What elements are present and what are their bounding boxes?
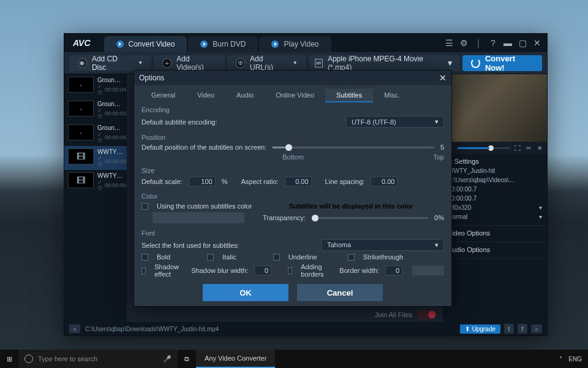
cut-icon[interactable]: ✂ bbox=[525, 144, 532, 151]
info-res: 480x320▾ bbox=[448, 203, 542, 212]
tray-lang[interactable]: ENG bbox=[568, 356, 582, 362]
dialog-body: Encoding Default subtitle encoding: UTF-… bbox=[134, 102, 451, 279]
upgrade-button[interactable]: ⬆ Upgrade bbox=[460, 324, 500, 334]
output-path: C:\Users\qbap\Downloads\WWTY_Justin-hit.… bbox=[85, 326, 219, 332]
maximize-icon[interactable]: ▢ bbox=[518, 38, 527, 48]
info-dur2: 00:00:00.7 bbox=[448, 194, 542, 203]
dialog-buttons: OK Cancel bbox=[134, 279, 451, 306]
file-meta: ✓ ⏱ 00:00:00.7 bbox=[97, 155, 123, 167]
add-urls-button[interactable]: ⊕Add URL(s)▼ bbox=[227, 55, 306, 71]
line-spacing-input[interactable] bbox=[371, 177, 398, 186]
ok-button[interactable]: OK bbox=[203, 284, 288, 301]
use-custom-color-checkbox[interactable] bbox=[141, 203, 148, 210]
right-panel: ▶ ⛶ ✂ ✳ ic Settings WWTY_Justin-hit C:\U… bbox=[443, 74, 547, 322]
main-tabs: Convert Video Burn DVD Play Video bbox=[104, 34, 444, 52]
ar-label: Aspect ratio: bbox=[241, 178, 278, 185]
tab-play-video[interactable]: Play Video bbox=[259, 36, 331, 52]
cortana-icon bbox=[24, 355, 33, 363]
join-toggle[interactable] bbox=[417, 310, 437, 320]
cancel-button[interactable]: Cancel bbox=[297, 284, 383, 301]
twitter-icon[interactable]: t bbox=[504, 324, 514, 334]
preview-pane bbox=[443, 74, 547, 142]
color-preview: Subtitles will be displayed in this colo… bbox=[258, 202, 444, 210]
queue-item[interactable]: 🎞WWTY_pisto✓ ⏱ 00:00:00.7 bbox=[64, 170, 127, 194]
chevron-down-icon: ▼ bbox=[447, 59, 454, 67]
border-color-button[interactable] bbox=[412, 266, 444, 275]
font-family-dropdown[interactable]: Tahoma▾ bbox=[322, 239, 444, 251]
scale-input[interactable] bbox=[189, 177, 216, 186]
gear-icon[interactable]: ⚙ bbox=[459, 38, 469, 48]
aspect-ratio-input[interactable] bbox=[285, 177, 312, 186]
info-qual: Normal▾ bbox=[448, 212, 542, 221]
transparency-slider[interactable] bbox=[312, 217, 428, 219]
position-slider[interactable] bbox=[273, 147, 434, 148]
encoding-dropdown[interactable]: UTF-8 (UTF-8)▾ bbox=[346, 116, 444, 128]
tab-subtitles[interactable]: Subtitles bbox=[325, 89, 373, 102]
output-format-dropdown[interactable]: allApple iPhone MPEG-4 Movie (*.mp4)▼ bbox=[309, 55, 460, 71]
shadow-checkbox[interactable] bbox=[141, 267, 146, 274]
convert-now-button[interactable]: Convert Now! bbox=[462, 55, 542, 71]
tab-general[interactable]: General bbox=[140, 89, 186, 102]
preview-controls: ▶ ⛶ ✂ ✳ bbox=[443, 142, 547, 154]
reel-icon: 🎞 bbox=[68, 148, 94, 164]
task-view-icon[interactable]: ⧉ bbox=[178, 350, 196, 368]
queue-item[interactable]: ·GroundHit_1✓ ⏱ 00:00:04 bbox=[64, 74, 127, 98]
close-icon[interactable]: ✕ bbox=[532, 38, 542, 48]
format-label: Apple iPhone MPEG-4 Movie (*.mp4) bbox=[328, 55, 442, 72]
underline-checkbox[interactable] bbox=[273, 254, 280, 261]
taskbar-search[interactable]: Type here to search 🎤 bbox=[18, 350, 178, 368]
seek-slider[interactable] bbox=[458, 147, 510, 149]
color-swatch-button[interactable] bbox=[153, 212, 244, 223]
dialog-tabs: General Video Audio Online Video Subtitl… bbox=[134, 85, 451, 102]
chevron-down-icon: ▼ bbox=[138, 60, 143, 66]
refresh-icon bbox=[471, 58, 480, 68]
tab-online-video[interactable]: Online Video bbox=[265, 89, 325, 102]
fullscreen-icon[interactable]: ⛶ bbox=[514, 144, 521, 151]
shadow-blur-input[interactable] bbox=[254, 266, 271, 275]
tab-video[interactable]: Video bbox=[186, 89, 225, 102]
add-cd-disc-button[interactable]: ◉Add CD Disc▼ bbox=[69, 55, 151, 71]
group-label: Encoding bbox=[141, 106, 444, 113]
taskbar-app[interactable]: Any Video Converter bbox=[196, 350, 275, 368]
help-icon[interactable]: ? bbox=[488, 38, 498, 48]
start-button[interactable]: ⊞ bbox=[0, 350, 18, 368]
queue-item[interactable]: ·GroundHit_1✓ ⏱ 00:00:03.9 bbox=[64, 98, 127, 122]
video-options-section[interactable]: Video Options bbox=[443, 226, 547, 242]
prev-button[interactable]: « bbox=[69, 324, 80, 333]
info-dur: 00:00:00.7 bbox=[448, 185, 542, 194]
close-icon[interactable]: ✕ bbox=[439, 73, 447, 83]
btn-label: Add Video(s) bbox=[176, 55, 216, 72]
file-name: WWTY_pisto bbox=[97, 172, 123, 179]
thumb: · bbox=[68, 101, 94, 117]
group-label: Color bbox=[141, 193, 444, 200]
tab-audio[interactable]: Audio bbox=[225, 89, 265, 102]
mic-icon[interactable]: 🎤 bbox=[163, 355, 172, 363]
bold-checkbox[interactable] bbox=[141, 254, 148, 261]
font-group: Font Select the font used for subtitles:… bbox=[141, 229, 444, 279]
next-button[interactable]: » bbox=[531, 324, 542, 333]
dialog-titlebar: Options ✕ bbox=[134, 71, 451, 85]
settings-icon[interactable]: ✳ bbox=[536, 144, 543, 151]
add-videos-button[interactable]: +Add Video(s) bbox=[154, 55, 225, 71]
minimize-icon[interactable]: ▬ bbox=[503, 38, 513, 48]
queue-item[interactable]: ·GroundHit_1✓ ⏱ 00:00:06 bbox=[64, 122, 127, 146]
tray-up-icon[interactable]: ˄ bbox=[559, 356, 562, 362]
group-label: Font bbox=[141, 229, 444, 237]
strike-checkbox[interactable] bbox=[348, 254, 355, 261]
tab-burn-dvd[interactable]: Burn DVD bbox=[188, 36, 258, 52]
audio-options-section[interactable]: Audio Options bbox=[443, 242, 547, 259]
borders-checkbox[interactable] bbox=[288, 267, 292, 274]
italic-checkbox[interactable] bbox=[207, 254, 214, 261]
dialog-title: Options bbox=[139, 74, 164, 82]
titlebar: AVC Convert Video Burn DVD Play Video ☰ … bbox=[64, 34, 547, 52]
tab-convert-video[interactable]: Convert Video bbox=[104, 36, 187, 52]
border-width-input[interactable] bbox=[385, 266, 402, 275]
tab-misc[interactable]: Misc. bbox=[373, 89, 411, 102]
file-meta: ✓ ⏱ 00:00:00.7 bbox=[97, 179, 123, 191]
app-logo: AVC bbox=[73, 38, 91, 48]
menu-icon[interactable]: ☰ bbox=[444, 38, 454, 48]
reel-icon: 🎞 bbox=[68, 172, 94, 188]
facebook-icon[interactable]: f bbox=[518, 324, 527, 334]
use-custom-label: Using the custom subtitles color bbox=[157, 202, 252, 210]
queue-item-selected[interactable]: 🎞WWTY_Justin✓ ⏱ 00:00:00.7 bbox=[64, 146, 127, 170]
